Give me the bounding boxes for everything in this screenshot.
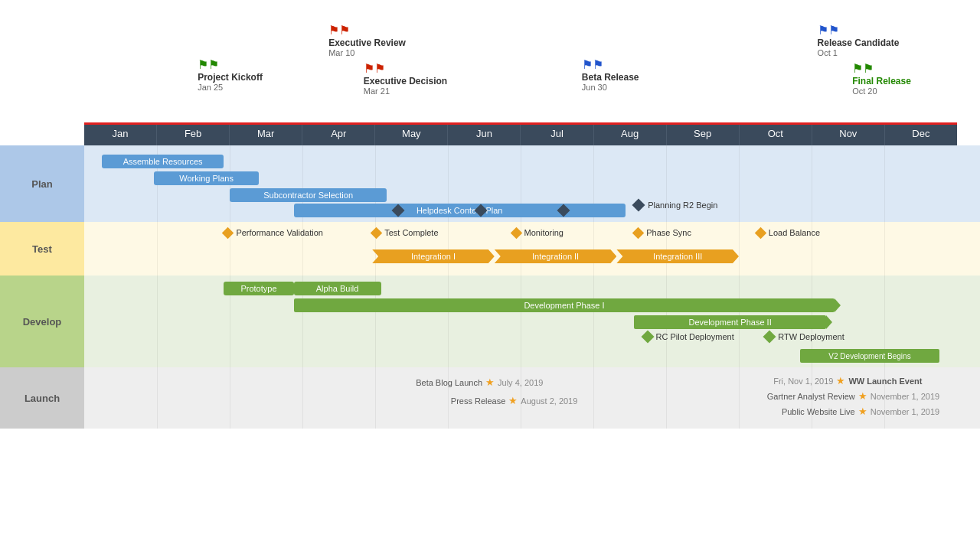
bar-integration-3: Integration III [616, 249, 739, 263]
milestone-exec-decision-date: Mar 21 [364, 86, 447, 96]
milestone-final-title: Final Release [852, 76, 911, 86]
milestone-exec-review: ⚑ Executive Review Mar 10 [328, 23, 406, 57]
month-nov: Nov [812, 122, 885, 145]
month-may: May [375, 122, 448, 145]
flag-blue-rc-icon: ⚑ [818, 23, 828, 31]
launch-ww-event: Fri, Nov 1, 2019 ★ WW Launch Event [773, 375, 922, 386]
flag-green-final-icon: ⚑ [852, 61, 863, 70]
month-feb: Feb [157, 122, 230, 145]
month-oct: Oct [740, 122, 812, 145]
bar-integration-1: Integration I [372, 249, 495, 263]
bar-assemble-resources: Assemble Resources [102, 155, 224, 168]
star-ww-launch: ★ [836, 375, 845, 386]
bar-integration-2: Integration II [495, 249, 617, 263]
month-sep: Sep [667, 122, 740, 145]
milestone-beta: ⚑ Beta Release Jun 30 [582, 57, 639, 92]
bar-dev-phase-1: Development Phase I [294, 298, 835, 312]
develop-label: Develop [0, 276, 84, 367]
milestone-kickoff: ⚑ Project Kickoff Jan 25 [198, 57, 263, 92]
test-content: Performance Validation Test Complete Mon… [84, 222, 957, 276]
launch-label: Launch [0, 367, 84, 429]
test-perf-validation: Performance Validation [224, 228, 323, 237]
milestone-kickoff-date: Jan 25 [198, 83, 263, 92]
bar-prototype: Prototype [224, 282, 293, 295]
test-monitoring: Monitoring [512, 228, 564, 237]
develop-content: Prototype Alpha Build Development Phase … [84, 276, 957, 367]
month-mar: Mar [230, 122, 302, 145]
bar-dev-phase-2: Development Phase II [634, 315, 826, 329]
month-jul: Jul [521, 122, 593, 145]
bar-alpha-build: Alpha Build [294, 282, 381, 295]
flag-red-exec-review-icon: ⚑ [328, 23, 339, 31]
test-label: Test [0, 222, 84, 276]
flag-green-icon: ⚑ [198, 57, 208, 66]
milestone-exec-review-title: Executive Review [328, 37, 406, 48]
bar-subcontractor: Subcontractor Selection [230, 188, 387, 202]
plan-label: Plan [0, 145, 84, 222]
rc-pilot-deployment: RC Pilot Deployment [643, 332, 734, 341]
milestone-rc-date: Oct 1 [818, 48, 900, 57]
launch-press-release: Press Release ★ August 2, 2019 [451, 395, 578, 406]
milestone-exec-review-date: Mar 10 [328, 48, 406, 57]
milestone-exec-decision: ⚑ Executive Decision Mar 21 [364, 61, 447, 96]
star-press-release: ★ [508, 395, 518, 406]
star-gartner: ★ [858, 390, 867, 402]
star-website-live: ★ [858, 406, 867, 417]
row-test: Test Performance Validation [0, 222, 980, 276]
rtw-deployment: RTW Deployment [765, 332, 844, 341]
milestone-final: ⚑ Final Release Oct 20 [852, 61, 911, 96]
month-apr: Apr [302, 122, 375, 145]
month-bar: Jan Feb Mar Apr May Jun Jul Aug Sep Oct … [84, 122, 957, 145]
bar-working-plans: Working Plans [154, 171, 259, 185]
milestones-area: ⚑ Project Kickoff Jan 25 ⚑ Executive Rev… [84, 15, 957, 138]
chart-container: ⚑ Project Kickoff Jan 25 ⚑ Executive Rev… [0, 0, 980, 551]
milestone-final-date: Oct 20 [852, 86, 911, 96]
launch-website-live: Public Website Live ★ November 1, 2019 [782, 406, 939, 417]
month-aug: Aug [594, 122, 667, 145]
star-beta-blog: ★ [485, 377, 495, 388]
milestone-beta-date: Jun 30 [582, 83, 639, 92]
milestone-exec-decision-title: Executive Decision [364, 76, 447, 86]
milestone-rc: ⚑ Release Candidate Oct 1 [818, 23, 900, 57]
test-complete: Test Complete [372, 228, 438, 237]
flag-blue-beta-icon: ⚑ [582, 57, 593, 66]
row-launch: Launch Beta Blog Launch ★ July 4, 20 [0, 367, 980, 429]
milestone-kickoff-title: Project Kickoff [198, 72, 263, 83]
milestone-beta-title: Beta Release [582, 72, 639, 83]
planning-r2: Planning R2 Begin [634, 201, 717, 210]
plan-content: Assemble Resources Working Plans Subcont… [84, 145, 957, 222]
milestone-rc-title: Release Candidate [818, 37, 900, 48]
bar-helpdesk: Helpdesk Content Plan [294, 204, 626, 217]
row-plan: Plan Assemble Resources [0, 145, 980, 222]
month-jun: Jun [448, 122, 521, 145]
test-phase-sync: Phase Sync [634, 228, 691, 237]
bar-v2-dev: V2 Development Begins [800, 349, 939, 363]
row-develop: Develop Prototype A [0, 276, 980, 367]
flag-red-exec-decision-icon: ⚑ [364, 61, 374, 70]
test-load-balance: Load Balance [756, 228, 820, 237]
launch-content: Beta Blog Launch ★ July 4, 2019 Press Re… [84, 367, 957, 429]
gantt-rows: Plan Assemble Resources [0, 145, 980, 551]
month-jan: Jan [84, 122, 157, 145]
launch-beta-blog: Beta Blog Launch ★ July 4, 2019 [416, 377, 543, 388]
launch-gartner: Gartner Analyst Review ★ November 1, 201… [767, 390, 939, 402]
month-dec: Dec [885, 122, 957, 145]
